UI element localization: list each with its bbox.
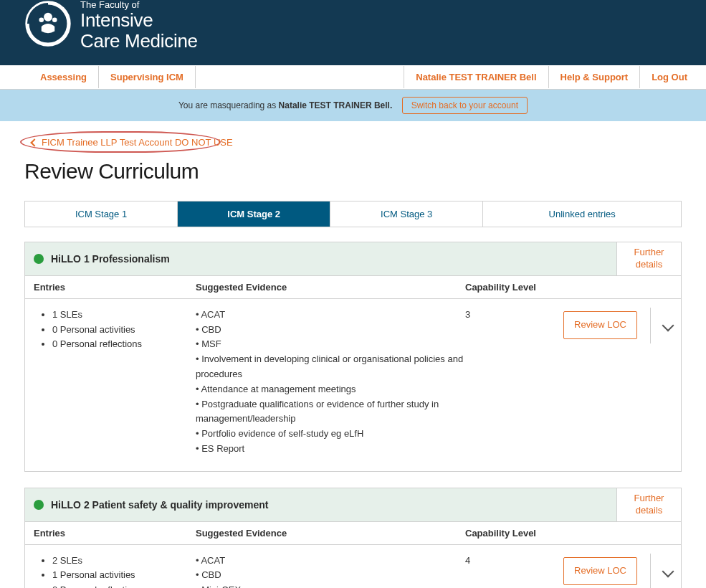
masquerade-prefix: You are masquerading as (178, 100, 279, 110)
nav-log-out[interactable]: Log Out (639, 66, 699, 88)
logo[interactable]: The Faculty of Intensive Care Medicine (24, 0, 198, 51)
chevron-left-icon (30, 138, 38, 146)
hillo-2-title: HiLLO 2 Patient safety & quality improve… (51, 499, 268, 511)
nav-supervising-icm[interactable]: Supervising ICM (98, 66, 196, 88)
logo-text-line1: The Faculty of (80, 0, 198, 10)
chevron-down-icon[interactable] (662, 319, 674, 331)
logo-icon (24, 0, 72, 47)
hillo-1-title: HiLLO 1 Professionalism (51, 253, 170, 265)
col-header-capability: Capability Level (465, 528, 672, 539)
tab-unlinked-entries[interactable]: Unlinked entries (483, 201, 681, 227)
chevron-down-icon[interactable] (662, 565, 674, 577)
col-header-capability: Capability Level (465, 282, 672, 293)
divider (650, 308, 651, 343)
list-item: 1 Personal activities (52, 568, 196, 583)
masquerade-user: Natalie TEST TRAINER Bell. (279, 100, 393, 110)
list-item: Postgraduate qualifications or evidence … (196, 397, 465, 427)
svg-point-2 (39, 17, 44, 22)
nav-assessing[interactable]: Assessing (29, 66, 98, 88)
nav-bar: Assessing Supervising ICM Natalie TEST T… (0, 65, 706, 90)
status-dot-icon (34, 254, 44, 264)
further-details-button[interactable]: Further details (616, 242, 681, 275)
switch-back-button[interactable]: Switch back to your account (402, 97, 528, 114)
list-item: 0 Personal activities (52, 323, 196, 338)
tab-icm-stage-3[interactable]: ICM Stage 3 (330, 201, 483, 227)
hillo-2: HiLLO 2 Patient safety & quality improve… (24, 488, 682, 588)
list-item: 0 Personal reflections (52, 337, 196, 352)
nav-user-name[interactable]: Natalie TEST TRAINER Bell (404, 66, 548, 88)
list-item: 0 Personal reflections (52, 583, 196, 588)
review-loc-button[interactable]: Review LOC (563, 557, 637, 585)
list-item: Portfolio evidence of self-study eg eLfH (196, 427, 465, 442)
list-item: Involvement in developing clinical or or… (196, 352, 465, 382)
nav-help-support[interactable]: Help & Support (548, 66, 640, 88)
col-header-entries: Entries (34, 528, 196, 539)
masquerade-banner: You are masquerading as Natalie TEST TRA… (0, 90, 706, 121)
divider (650, 554, 651, 588)
further-details-button[interactable]: Further details (616, 488, 681, 521)
list-item: Attendance at management meetings (196, 382, 465, 397)
breadcrumb-label: FICM Trainee LLP Test Account DO NOT USE (42, 137, 233, 148)
col-header-evidence: Suggested Evidence (196, 528, 465, 539)
list-item: 2 SLEs (52, 554, 196, 569)
header-band: The Faculty of Intensive Care Medicine (0, 0, 706, 65)
breadcrumb-back[interactable]: FICM Trainee LLP Test Account DO NOT USE (24, 136, 240, 149)
list-item: MSF (196, 337, 465, 352)
hillo-1: HiLLO 1 Professionalism Further details … (24, 242, 682, 472)
stage-tabs: ICM Stage 1 ICM Stage 2 ICM Stage 3 Unli… (24, 201, 682, 227)
list-item: ACAT (196, 308, 465, 323)
tab-icm-stage-1[interactable]: ICM Stage 1 (25, 201, 178, 227)
review-loc-button[interactable]: Review LOC (563, 311, 637, 339)
status-dot-icon (34, 500, 44, 510)
logo-text-line3: Care Medicine (80, 31, 198, 52)
list-item: CBD (196, 568, 465, 583)
capability-level-value: 4 (465, 554, 534, 569)
list-item: ACAT (196, 554, 465, 569)
tab-icm-stage-2[interactable]: ICM Stage 2 (178, 201, 330, 227)
svg-point-1 (44, 13, 52, 22)
main-content: FICM Trainee LLP Test Account DO NOT USE… (0, 121, 706, 588)
list-item: ES Report (196, 442, 465, 457)
capability-level-value: 3 (465, 308, 534, 323)
logo-text-line2: Intensive (80, 10, 198, 31)
page-title: Review Curriculum (24, 159, 682, 184)
col-header-evidence: Suggested Evidence (196, 282, 465, 293)
list-item: Mini-CEX (196, 583, 465, 588)
col-header-entries: Entries (34, 282, 196, 293)
svg-point-3 (52, 17, 57, 22)
list-item: CBD (196, 323, 465, 338)
list-item: 1 SLEs (52, 308, 196, 323)
